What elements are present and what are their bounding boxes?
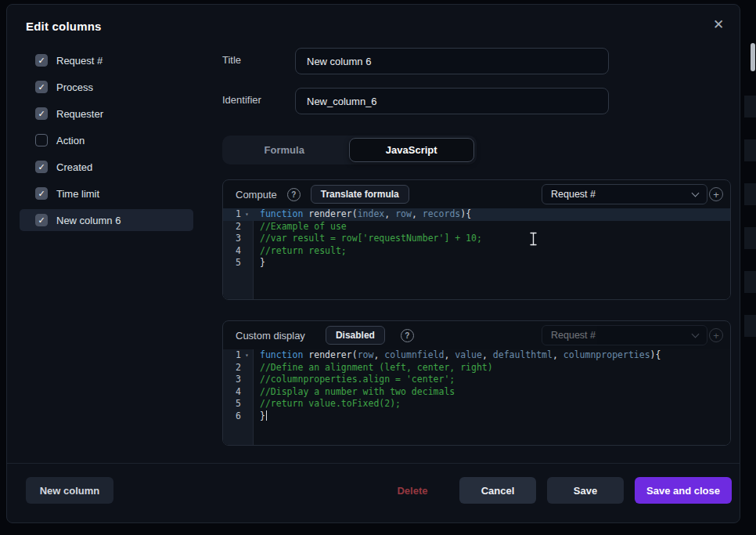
checkbox-checked-icon[interactable]: ✓ (35, 107, 48, 120)
tab-javascript[interactable]: JavaScript (349, 138, 475, 162)
save-and-close-button[interactable]: Save and close (635, 477, 732, 504)
code-text: function renderer(row, columnfield, valu… (254, 349, 661, 362)
modal-title: Edit columns (26, 20, 102, 33)
insert-column-icon[interactable]: + (709, 187, 723, 201)
line-number: 3 (223, 374, 254, 386)
custom-display-panel: Custom display Disabled ? Request # + 1▾… (222, 320, 731, 446)
column-label: Time limit (56, 188, 99, 200)
code-line[interactable]: 4//Display a number with two decimals (223, 386, 730, 399)
sidebar-item-requester[interactable]: ✓Requester (20, 103, 193, 125)
line-number: 5 (223, 257, 254, 269)
background-scrollbar-thumb[interactable] (751, 43, 755, 71)
code-text: //Display a number with two decimals (254, 386, 455, 399)
sidebar-item-action[interactable]: Action (20, 129, 193, 151)
fold-arrow-icon (241, 257, 253, 269)
insert-column-icon[interactable]: + (709, 328, 723, 342)
checkbox-unchecked-icon[interactable] (35, 134, 48, 146)
checkbox-checked-icon[interactable]: ✓ (35, 187, 48, 200)
identifier-input[interactable] (295, 88, 609, 114)
background-fragment (744, 227, 756, 249)
checkbox-checked-icon[interactable]: ✓ (35, 161, 48, 173)
fold-arrow-icon (241, 374, 253, 386)
code-line[interactable]: 3//var result = row['requestNumber'] + 1… (223, 233, 730, 245)
fold-arrow-icon[interactable]: ▾ (241, 349, 253, 362)
custom-display-label: Custom display (236, 330, 305, 342)
column-label: Created (56, 161, 92, 173)
title-input[interactable] (295, 48, 609, 74)
chevron-down-icon (692, 189, 700, 197)
mode-tabs: Formula JavaScript (222, 136, 477, 164)
edit-columns-modal: Edit columns ✕ ✓Request #✓Process✓Reques… (6, 4, 740, 523)
code-line[interactable]: 5} (223, 257, 730, 269)
code-line[interactable]: 5//return value.toFixed(2); (223, 398, 730, 410)
code-line[interactable]: 2//Example of use (223, 221, 730, 233)
column-label: Request # (56, 55, 103, 67)
code-text: //Define an alignment (left, center, rig… (254, 362, 493, 374)
fold-arrow-icon (241, 233, 253, 245)
compute-column-dropdown-value: Request # (551, 189, 596, 200)
custom-display-header: Custom display Disabled ? Request # + (223, 321, 730, 349)
line-number: 5 (223, 398, 254, 410)
new-column-button[interactable]: New column (26, 477, 113, 504)
line-number: 1▾ (223, 349, 254, 362)
code-text: //var result = row['requestNumber'] + 10… (254, 233, 482, 245)
line-number: 1▾ (223, 208, 254, 221)
fold-arrow-icon[interactable]: ▾ (241, 208, 253, 221)
text-caret (266, 410, 268, 421)
line-number: 4 (223, 245, 254, 258)
background-fragment (744, 96, 756, 117)
save-button[interactable]: Save (547, 477, 624, 504)
fold-arrow-icon (241, 221, 253, 233)
background-fragment (744, 139, 756, 161)
help-icon[interactable]: ? (401, 329, 414, 342)
code-line[interactable]: 3//columnproperties.align = 'center'; (223, 374, 730, 386)
translate-formula-button[interactable]: Translate formula (311, 185, 409, 204)
mouse-text-cursor-icon (528, 231, 538, 247)
fold-arrow-icon (241, 362, 253, 374)
footer-divider (7, 463, 740, 464)
custom-display-code-editor[interactable]: 1▾function renderer(row, columnfield, va… (223, 349, 730, 445)
column-label: Requester (56, 108, 103, 120)
compute-code-editor[interactable]: 1▾function renderer(index, row, records)… (223, 208, 730, 299)
line-number: 2 (223, 221, 254, 233)
checkbox-checked-icon[interactable]: ✓ (35, 81, 48, 93)
sidebar-item-request[interactable]: ✓Request # (20, 49, 193, 71)
line-number: 6 (223, 410, 254, 423)
code-line[interactable]: 1▾function renderer(index, row, records)… (223, 208, 730, 221)
chevron-down-icon (692, 330, 700, 338)
compute-panel: Compute ? Translate formula Request # + … (222, 179, 731, 300)
sidebar-item-process[interactable]: ✓Process (20, 76, 193, 98)
code-line[interactable]: 4//return result; (223, 245, 730, 258)
code-text: //columnproperties.align = 'center'; (254, 374, 455, 386)
cancel-button[interactable]: Cancel (459, 477, 536, 504)
sidebar-item-new-column-6[interactable]: ✓New column 6 (20, 209, 193, 231)
custom-column-dropdown-value: Request # (551, 330, 596, 341)
code-text: } (254, 410, 267, 423)
code-line[interactable]: 2//Define an alignment (left, center, ri… (223, 362, 730, 374)
close-icon[interactable]: ✕ (708, 14, 729, 34)
columns-list: ✓Request #✓Process✓RequesterAction✓Creat… (20, 49, 193, 236)
line-number: 4 (223, 386, 254, 399)
checkbox-checked-icon[interactable]: ✓ (35, 54, 48, 67)
background-fragment (744, 315, 756, 337)
code-line[interactable]: 6} (223, 410, 730, 423)
tab-formula[interactable]: Formula (222, 136, 347, 164)
fold-arrow-icon (241, 245, 253, 258)
background-fragment (744, 183, 756, 205)
fold-arrow-icon (241, 398, 253, 410)
sidebar-item-time-limit[interactable]: ✓Time limit (20, 183, 193, 204)
title-label: Title (222, 54, 241, 66)
delete-button[interactable]: Delete (375, 477, 450, 504)
custom-column-dropdown[interactable]: Request # (542, 325, 707, 345)
compute-column-dropdown[interactable]: Request # (542, 184, 707, 204)
column-label: New column 6 (56, 215, 121, 226)
fold-arrow-icon (241, 410, 253, 423)
code-text: //return result; (254, 245, 347, 258)
app-background: Edit columns ✕ ✓Request #✓Process✓Reques… (0, 0, 756, 535)
disabled-toggle-button[interactable]: Disabled (326, 326, 385, 345)
help-icon[interactable]: ? (287, 188, 301, 201)
background-fragment (744, 271, 756, 293)
checkbox-checked-icon[interactable]: ✓ (35, 214, 48, 226)
sidebar-item-created[interactable]: ✓Created (20, 156, 193, 178)
code-line[interactable]: 1▾function renderer(row, columnfield, va… (223, 349, 730, 362)
